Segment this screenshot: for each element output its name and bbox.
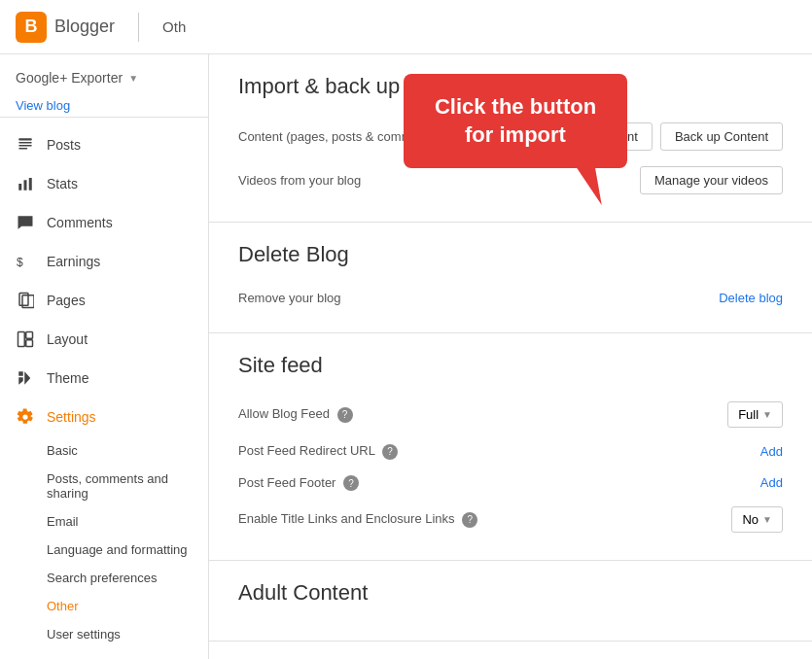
adult-content-title: Adult Content [238,580,783,606]
enable-title-links-select[interactable]: No ▼ [731,506,783,533]
help-icon-redirect-url[interactable]: ? [382,444,398,460]
enable-title-links-label: Enable Title Links and Enclosure Links ? [238,511,716,528]
sidebar-item-label: Settings [47,409,96,425]
layout: Google+ Exporter ▼ View blog Posts Stats… [0,54,812,659]
comments-icon [16,213,35,232]
post-feed-redirect-link[interactable]: Add [760,444,783,459]
videos-label: Videos from your blog [238,173,624,188]
svg-rect-10 [18,332,25,347]
sidebar-item-label: Earnings [47,254,100,269]
header-divider [138,13,139,42]
svg-rect-6 [29,178,32,191]
chevron-down-icon: ▼ [128,73,138,84]
post-feed-footer-actions: Add [760,475,783,490]
sidebar-item-layout[interactable]: Layout [0,320,208,359]
manage-videos-button[interactable]: Manage your videos [640,166,783,194]
chevron-down-icon: ▼ [762,514,772,525]
remove-blog-row: Remove your blog Delete blog [238,283,783,313]
post-feed-redirect-actions: Add [760,444,783,459]
post-feed-footer-label: Post Feed Footer ? [238,475,745,492]
allow-blog-feed-value: Full [738,407,759,422]
account-switcher[interactable]: Google+ Exporter ▼ [0,66,208,97]
sidebar-sub-item-search[interactable]: Search preferences [0,564,208,592]
svg-rect-5 [24,180,27,191]
sidebar-item-label: Layout [47,331,88,347]
sidebar-sub-item-basic[interactable]: Basic [0,436,208,465]
callout-bubble: Click the button for import [404,74,627,168]
sidebar-item-label: Stats [47,176,78,191]
sidebar-item-label: Theme [47,370,89,386]
allow-blog-feed-select[interactable]: Full ▼ [727,401,783,428]
brand-name: Blogger [54,17,115,37]
sidebar-item-settings[interactable]: Settings [0,398,208,436]
enable-title-links-value: No [742,512,759,527]
videos-actions: Manage your videos [640,166,783,194]
sidebar-item-label: Comments [47,215,113,230]
sidebar-item-posts[interactable]: Posts [0,125,208,164]
allow-blog-feed-row: Allow Blog Feed ? Full ▼ [238,394,783,435]
sidebar-sub-item-language[interactable]: Language and formatting [0,536,208,564]
sidebar-sub-item-other[interactable]: Other [0,592,208,620]
sidebar-item-stats[interactable]: Stats [0,164,208,203]
sidebar-item-pages[interactable]: Pages [0,281,208,320]
delete-blog-section: Delete Blog Remove your blog Delete blog [209,223,812,333]
sidebar-item-theme[interactable]: Theme [0,359,208,398]
delete-blog-actions: Delete blog [719,291,783,305]
logo-group: B Blogger [16,12,115,43]
help-icon-title-links[interactable]: ? [462,512,477,528]
enable-title-links-row: Enable Title Links and Enclosure Links ?… [238,499,783,540]
sidebar-item-label: Posts [47,137,81,153]
svg-rect-0 [18,138,32,140]
site-feed-section: Site feed Allow Blog Feed ? Full ▼ Post … [209,333,812,561]
stats-icon [16,174,35,193]
sidebar-item-label: Pages [47,293,86,308]
svg-rect-11 [26,332,33,339]
chevron-down-icon: ▼ [762,409,772,420]
svg-rect-4 [18,184,21,191]
sidebar-sub-item-email[interactable]: Email [0,507,208,536]
remove-blog-label: Remove your blog [238,291,703,305]
pages-icon [16,291,35,310]
post-feed-footer-link[interactable]: Add [760,475,783,490]
delete-blog-title: Delete Blog [238,242,783,267]
sidebar-sub-item-user-settings[interactable]: User settings [0,620,208,648]
svg-rect-12 [26,340,33,347]
enable-title-links-actions: No ▼ [731,506,783,533]
layout-icon [16,330,35,349]
header: B Blogger Oth [0,0,812,54]
sidebar-item-earnings[interactable]: $ Earnings [0,242,208,281]
view-blog-link[interactable]: View blog [0,98,86,124]
blogger-logo-icon: B [16,12,47,43]
settings-icon [16,407,35,427]
posts-icon [16,135,35,155]
post-feed-redirect-label: Post Feed Redirect URL ? [238,443,745,460]
sidebar: Google+ Exporter ▼ View blog Posts Stats… [0,54,209,659]
callout-tooltip: Click the button for import [404,74,627,168]
header-tab: Oth [162,18,186,35]
sidebar-item-comments[interactable]: Comments [0,203,208,242]
account-label: Google+ Exporter [16,70,123,86]
adult-content-section: Adult Content [209,561,812,642]
help-icon-allow-feed[interactable]: ? [337,407,353,423]
theme-icon [16,368,35,388]
svg-rect-2 [18,145,32,147]
delete-blog-link[interactable]: Delete blog [719,291,783,305]
earnings-icon: $ [16,252,35,271]
allow-blog-feed-actions: Full ▼ [727,401,783,428]
main-content: Click the button for import Import & bac… [209,54,812,659]
help-icon-feed-footer[interactable]: ? [343,475,359,491]
post-feed-footer-row: Post Feed Footer ? Add [238,468,783,500]
sidebar-sub-item-posts-comments[interactable]: Posts, comments and sharing [0,465,208,507]
site-feed-title: Site feed [238,353,783,378]
svg-rect-1 [18,142,32,144]
allow-blog-feed-label: Allow Blog Feed ? [238,406,712,423]
svg-rect-3 [18,148,27,150]
backup-content-button[interactable]: Back up Content [660,122,783,151]
post-feed-redirect-row: Post Feed Redirect URL ? Add [238,435,783,468]
svg-text:$: $ [17,256,23,269]
